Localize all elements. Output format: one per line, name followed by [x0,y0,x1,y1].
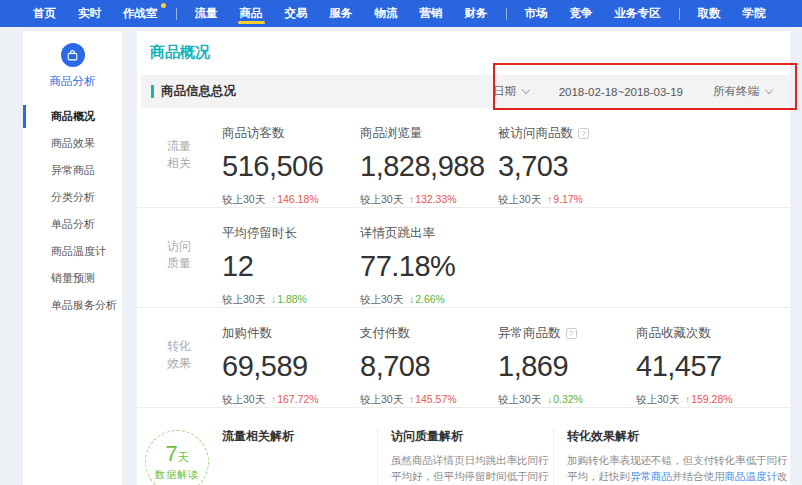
filter-toolbar: 日期 2018-02-18~2018-03-19 所有终端 [493,84,772,99]
metric-value: 12 [222,250,360,283]
metric-abnormal-products: 异常商品数? 1,869 较上30天↓0.32% [498,325,636,407]
nav-item-data-extract[interactable]: 取数 [687,0,732,27]
insight-conversion-analysis: 转化效果解析 加购转化率表现还不错，但支付转化率低于同行平均，赶快到异常商品并结… [553,428,790,485]
compare-label: 较上30天 [498,193,541,205]
nav-item-academy[interactable]: 学院 [732,0,777,27]
insight-text: 虽然商品详情页日均跳出率比同行平均好，但平均停留时间低于同行平均，请关注页面排版… [391,454,549,485]
sidebar-item-single-product-service[interactable]: 单品服务分析 [23,292,122,319]
metric-visited-products: 被访问商品数? 3,703 较上30天↑9.17% [498,125,636,207]
compare-label: 较上30天 [222,393,265,405]
nav-item-traffic[interactable]: 流量 [184,0,229,27]
nav-item-competition[interactable]: 竞争 [559,0,604,27]
nav-label: 流量 [195,6,218,21]
delta-value: 9.17% [553,193,583,205]
metric-row-conversion: 转化效果 加购件数 69,589 较上30天↑167.72% 支付件数 8,70… [137,308,790,408]
nav-divider [506,8,507,20]
sidebar-item-abnormal-products[interactable]: 异常商品 [23,157,122,184]
delta-value: 0.32% [553,393,583,405]
nav-item-service[interactable]: 服务 [319,0,364,27]
sidebar-item-product-thermometer[interactable]: 商品温度计 [23,238,122,265]
page-title: 商品概况 [137,31,790,59]
metric-value: 3,703 [498,150,636,183]
metric-compare: 较上30天↓1.88% [222,293,360,307]
nav-item-war-room[interactable]: 作战室 [112,0,169,27]
nav-item-market[interactable]: 市场 [514,0,559,27]
compare-label: 较上30天 [636,393,679,405]
main-content: 商品概况 商品信息总况 日期 2018-02-18~2018-03-19 所有终… [137,31,790,485]
up-arrow-icon: ↑ [547,194,552,205]
section-accent-bar [151,85,154,98]
delta-value: 159.28% [691,393,732,405]
sidebar-item-sales-forecast[interactable]: 销量预测 [23,265,122,292]
metric-compare: 较上30天↓2.66% [360,293,498,307]
nav-label: 学院 [743,6,766,21]
nav-label: 首页 [33,6,56,21]
insight-text: 并结合使用 [672,470,725,482]
nav-label: 实时 [78,6,101,21]
nav-label: 服务 [330,6,353,21]
metric-group-label: 流量相关 [167,125,193,207]
nav-item-trade[interactable]: 交易 [274,0,319,27]
nav-label: 取数 [698,6,721,21]
nav-item-business-zone[interactable]: 业务专区 [604,0,672,27]
nav-label: 交易 [285,6,308,21]
help-icon[interactable]: ? [566,328,577,339]
nav-item-logistics[interactable]: 物流 [364,0,409,27]
nav-label: 业务专区 [615,6,661,21]
compare-label: 较上30天 [360,293,403,305]
delta-value: 167.72% [277,393,318,405]
nav-item-marketing[interactable]: 营销 [409,0,454,27]
compare-label: 较上30天 [360,393,403,405]
nav-item-product[interactable]: 商品 [229,0,274,27]
up-arrow-icon: ↑ [685,394,690,405]
metric-paid-items: 支付件数 8,708 较上30天↑145.57% [360,325,498,407]
sidebar-header: 商品分析 [23,31,122,89]
sidebar-item-product-effect[interactable]: 商品效果 [23,130,122,157]
metric-label-text: 异常商品数 [498,325,561,342]
metric-group-label: 访问质量 [167,225,193,307]
product-thermometer-link[interactable]: 商品温度计 [725,470,778,482]
nav-item-realtime[interactable]: 实时 [67,0,112,27]
delta-value: 146.18% [277,193,318,205]
metric-value: 1,828,988 [360,150,498,183]
metric-compare: 较上30天↑146.18% [222,193,360,207]
nav-divider [679,8,680,20]
terminal-filter-dropdown[interactable]: 所有终端 [713,84,772,99]
insight-body: 虽然商品详情页日均跳出率比同行平均好，但平均停留时间低于同行平均，请关注页面排版… [391,453,553,485]
nav-label: 竞争 [570,6,593,21]
metric-row-visit-quality: 访问质量 平均停留时长 12 较上30天↓1.88% 详情页跳出率 77.18%… [137,208,790,308]
metric-label: 支付件数 [360,325,498,342]
notification-dot-icon [161,3,166,8]
up-arrow-icon: ↑ [271,194,276,205]
nav-label: 市场 [525,6,548,21]
sidebar-item-category-analysis[interactable]: 分类分析 [23,184,122,211]
top-navigation: 首页 实时 作战室 流量 商品 交易 服务 物流 营销 财务 市场 竞争 业务专… [0,0,802,27]
metric-row-traffic: 流量相关 商品访客数 516,506 较上30天↑146.18% 商品浏览量 1… [137,108,790,208]
nav-item-finance[interactable]: 财务 [454,0,499,27]
compare-label: 较上30天 [360,193,403,205]
metric-label: 商品浏览量 [360,125,498,142]
metric-label: 商品收藏次数 [636,325,774,342]
seven-day-interpretation-badge: 7天 数据解读 [145,430,209,485]
date-range-value[interactable]: 2018-02-18~2018-03-19 [559,86,683,98]
metric-compare: 较上30天↑132.33% [360,193,498,207]
badge-days-number: 7 [165,441,177,466]
date-filter-dropdown[interactable]: 日期 [493,84,529,99]
insight-body: 加购转化率表现还不错，但支付转化率低于同行平均，赶快到异常商品并结合使用商品温度… [567,453,790,485]
metric-label: 平均停留时长 [222,225,360,242]
nav-label: 财务 [465,6,488,21]
insight-title: 访问质量解析 [391,428,553,445]
metric-value: 41,457 [636,350,774,383]
chevron-down-icon [765,86,773,94]
metric-product-visitors: 商品访客数 516,506 较上30天↑146.18% [222,125,360,207]
abnormal-products-link[interactable]: 异常商品 [630,470,672,482]
sidebar-item-single-product-analysis[interactable]: 单品分析 [23,211,122,238]
metric-label: 被访问商品数? [498,125,636,142]
help-icon[interactable]: ? [578,128,589,139]
insight-title: 流量相关解析 [222,428,377,445]
metric-value: 8,708 [360,350,498,383]
sidebar-item-product-overview[interactable]: 商品概况 [23,103,122,130]
metric-label: 异常商品数? [498,325,636,342]
nav-item-home[interactable]: 首页 [22,0,67,27]
down-arrow-icon: ↓ [547,394,552,405]
